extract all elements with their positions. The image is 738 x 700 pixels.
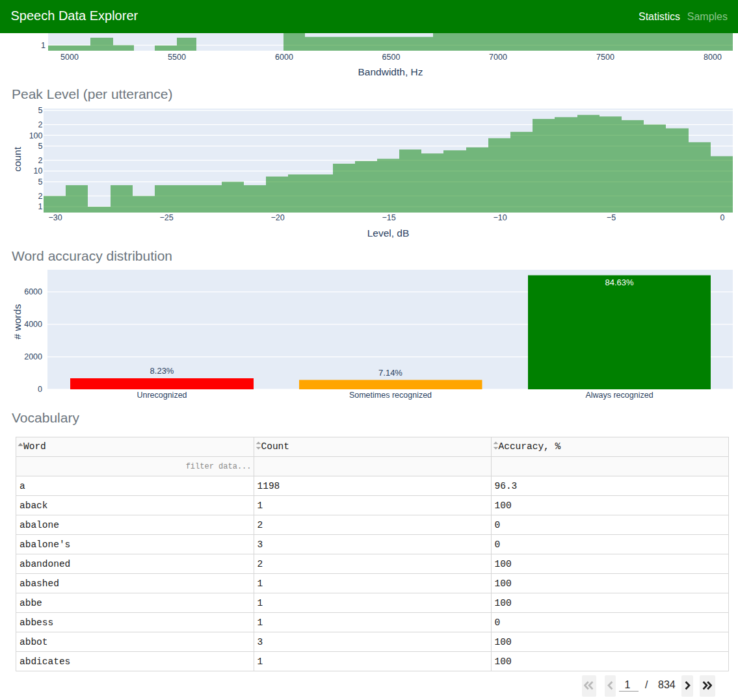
svg-text:count: count bbox=[12, 146, 23, 172]
svg-text:100: 100 bbox=[29, 131, 43, 140]
svg-text:7.14%: 7.14% bbox=[378, 368, 402, 378]
svg-text:2: 2 bbox=[38, 156, 43, 165]
svg-text:−25: −25 bbox=[159, 213, 173, 222]
svg-text:5500: 5500 bbox=[168, 53, 186, 62]
svg-text:1: 1 bbox=[38, 202, 43, 211]
svg-text:5000: 5000 bbox=[60, 53, 79, 62]
svg-text:−5: −5 bbox=[607, 213, 616, 222]
svg-text:−20: −20 bbox=[270, 213, 284, 222]
svg-text:−30: −30 bbox=[48, 213, 62, 222]
svg-text:5: 5 bbox=[38, 142, 43, 151]
svg-text:2: 2 bbox=[38, 120, 43, 129]
svg-text:2000: 2000 bbox=[24, 352, 42, 361]
svg-text:Level, dB: Level, dB bbox=[367, 227, 410, 239]
svg-text:84.63%: 84.63% bbox=[605, 278, 634, 287]
svg-text:0: 0 bbox=[720, 213, 725, 222]
svg-text:Always recognized: Always recognized bbox=[585, 391, 653, 400]
svg-text:1: 1 bbox=[41, 41, 46, 50]
svg-text:6000: 6000 bbox=[24, 287, 42, 296]
svg-text:5: 5 bbox=[38, 106, 43, 115]
svg-text:7000: 7000 bbox=[489, 53, 507, 62]
svg-text:6000: 6000 bbox=[275, 53, 293, 62]
svg-text:10: 10 bbox=[34, 166, 43, 175]
svg-text:6500: 6500 bbox=[382, 53, 401, 62]
svg-text:7500: 7500 bbox=[596, 53, 614, 62]
svg-text:8000: 8000 bbox=[704, 53, 722, 62]
svg-text:−15: −15 bbox=[382, 213, 395, 222]
svg-text:8.23%: 8.23% bbox=[150, 366, 174, 376]
svg-text:# words: # words bbox=[12, 304, 23, 340]
svg-text:−10: −10 bbox=[493, 213, 507, 222]
svg-text:2: 2 bbox=[38, 192, 43, 201]
svg-text:Unrecognized: Unrecognized bbox=[137, 391, 187, 400]
svg-text:4000: 4000 bbox=[24, 320, 42, 329]
svg-text:5: 5 bbox=[38, 177, 43, 187]
svg-text:0: 0 bbox=[38, 385, 42, 394]
svg-text:Bandwidth, Hz: Bandwidth, Hz bbox=[358, 66, 423, 77]
svg-text:Sometimes recognized: Sometimes recognized bbox=[349, 391, 432, 400]
